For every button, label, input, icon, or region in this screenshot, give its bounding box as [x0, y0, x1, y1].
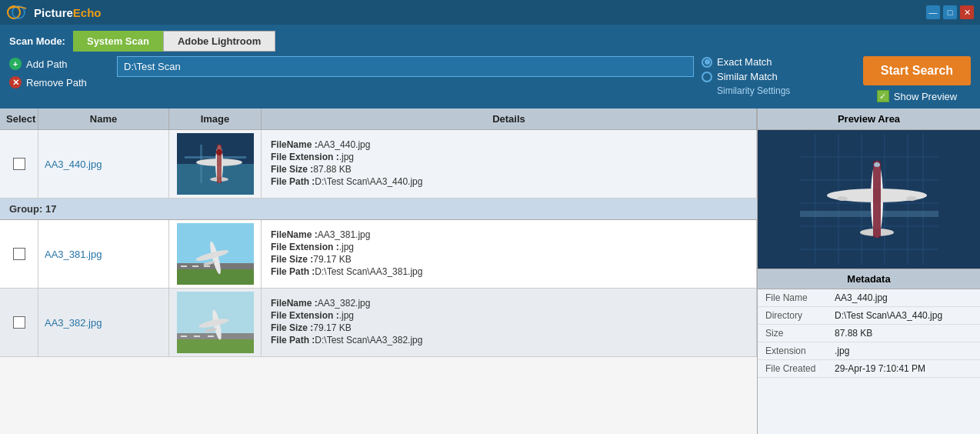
table-area: Select Name Image Details AA3_440.jpg	[0, 108, 757, 434]
row1-path: File Path :D:\Test Scan\AA3_440.jpg	[271, 176, 422, 187]
row2-thumbnail	[177, 223, 254, 285]
row3-image	[169, 289, 262, 356]
row3-size: File Size :79.17 KB	[271, 322, 352, 333]
row1-checkbox[interactable]	[13, 158, 25, 170]
app-container: Scan Mode: System Scan Adobe Lightroom +…	[0, 25, 980, 434]
start-search-button[interactable]: Start Search	[863, 56, 971, 85]
similar-match-label: Similar Match	[717, 71, 778, 82]
content-area: Select Name Image Details AA3_440.jpg	[0, 108, 980, 434]
row3-filename: FileName :AA3_382.jpg	[271, 298, 370, 309]
row2-path: File Path :D:\Test Scan\AA3_381.jpg	[271, 266, 422, 277]
right-options: Exact Match Similar Match Similarity Set…	[702, 56, 855, 96]
path-options-row: + Add Path ✕ Remove Path Exact Match	[9, 56, 971, 102]
row1-name: AA3_440.jpg	[38, 130, 169, 198]
row3-checkbox[interactable]	[13, 316, 25, 329]
minimize-button[interactable]: —	[926, 5, 940, 19]
metadata-area: File Name AA3_440.jpg Directory D:\Test …	[758, 289, 980, 434]
row2-thumbnail-svg	[177, 223, 254, 285]
metadata-size-val: 87.88 KB	[835, 328, 872, 339]
metadata-created-row: File Created 29-Apr-19 7:10:41 PM	[758, 360, 980, 378]
remove-path-button[interactable]: ✕ Remove Path	[9, 75, 109, 90]
metadata-created-key: File Created	[765, 363, 835, 374]
exact-match-radio[interactable]	[702, 57, 712, 68]
svg-point-48	[906, 196, 917, 201]
svg-rect-15	[181, 265, 187, 267]
svg-point-49	[874, 162, 880, 167]
svg-rect-24	[181, 336, 187, 337]
svg-rect-23	[177, 333, 254, 339]
metadata-ext-val: .jpg	[835, 346, 849, 356]
preview-image-area	[758, 130, 980, 269]
similarity-settings-link[interactable]: Similarity Settings	[717, 85, 855, 96]
row2-details: FileName :AA3_381.jpg File Extension :.j…	[262, 220, 757, 288]
row3-thumbnail	[177, 292, 254, 353]
col-select: Select	[0, 108, 38, 129]
show-preview-row: Show Preview	[877, 90, 957, 102]
row3-name: AA3_382.jpg	[38, 289, 169, 356]
scan-mode-tabs: System Scan Adobe Lightroom	[73, 31, 275, 52]
table-row: AA3_382.jpg	[0, 289, 757, 357]
row3-details: FileName :AA3_382.jpg File Extension :.j…	[262, 289, 757, 356]
metadata-size-key: Size	[765, 328, 835, 339]
window-controls: — □ ✕	[926, 5, 974, 19]
add-path-button[interactable]: + Add Path	[9, 56, 109, 72]
svg-rect-26	[208, 336, 214, 337]
scan-mode-label: Scan Mode:	[9, 35, 65, 47]
top-panel: Scan Mode: System Scan Adobe Lightroom +…	[0, 25, 980, 108]
show-preview-label: Show Preview	[894, 91, 957, 102]
group-label: Group:	[9, 203, 42, 215]
metadata-created-val: 29-Apr-19 7:10:41 PM	[835, 363, 925, 374]
row2-checkbox[interactable]	[13, 248, 25, 260]
svg-rect-16	[192, 265, 198, 267]
path-input-area	[117, 56, 694, 77]
group-number: 17	[45, 203, 56, 215]
exact-match-row: Exact Match	[702, 56, 855, 68]
show-preview-checkbox[interactable]	[877, 90, 889, 102]
metadata-directory-val: D:\Test Scan\AA3_440.jpg	[835, 310, 942, 321]
row1-select[interactable]	[0, 130, 38, 198]
tab-adobe-lightroom[interactable]: Adobe Lightroom	[163, 31, 275, 52]
metadata-directory-row: Directory D:\Test Scan\AA3_440.jpg	[758, 307, 980, 325]
svg-rect-17	[204, 265, 210, 267]
table-row: AA3_440.jpg	[0, 130, 757, 199]
svg-rect-25	[194, 336, 200, 337]
row2-select[interactable]	[0, 220, 38, 288]
row2-size: File Size :79.17 KB	[271, 254, 352, 265]
metadata-title: Metadata	[758, 269, 980, 289]
tab-system-scan[interactable]: System Scan	[73, 31, 163, 52]
row1-filename: FileName :AA3_440.jpg	[271, 139, 370, 150]
metadata-size-row: Size 87.88 KB	[758, 325, 980, 342]
close-button[interactable]: ✕	[960, 5, 974, 19]
row2-image	[169, 220, 262, 288]
row3-ext: File Extension :.jpg	[271, 310, 354, 321]
svg-rect-5	[185, 156, 246, 159]
col-details: Details	[262, 108, 757, 129]
svg-point-11	[216, 149, 222, 155]
logo-icon	[6, 4, 29, 21]
metadata-filename-key: File Name	[765, 292, 835, 303]
row1-details: FileName :AA3_440.jpg File Extension :.j…	[262, 130, 757, 198]
row2-ext: File Extension :.jpg	[271, 242, 354, 252]
add-icon: +	[9, 58, 22, 70]
add-path-label: Add Path	[26, 58, 68, 70]
similar-match-radio[interactable]	[702, 72, 712, 82]
row1-image	[169, 130, 262, 198]
svg-point-47	[837, 196, 848, 201]
table-header: Select Name Image Details	[0, 108, 757, 130]
path-input[interactable]	[117, 56, 694, 77]
row1-ext: File Extension :.jpg	[271, 152, 354, 162]
left-panel: + Add Path ✕ Remove Path	[9, 56, 109, 90]
preview-title: Preview Area	[758, 108, 980, 130]
metadata-ext-row: Extension .jpg	[758, 342, 980, 360]
row3-select[interactable]	[0, 289, 38, 356]
row3-path: File Path :D:\Test Scan\AA3_382.jpg	[271, 335, 422, 346]
row2-name: AA3_381.jpg	[38, 220, 169, 288]
col-name: Name	[38, 108, 169, 129]
metadata-filename-val: AA3_440.jpg	[835, 292, 888, 303]
row3-thumbnail-svg	[177, 292, 254, 353]
app-logo: PictureEcho	[6, 4, 102, 21]
maximize-button[interactable]: □	[943, 5, 957, 19]
table-row: AA3_381.jpg	[0, 220, 757, 289]
group-row: Group: 17	[0, 199, 757, 220]
metadata-ext-key: Extension	[765, 346, 835, 356]
